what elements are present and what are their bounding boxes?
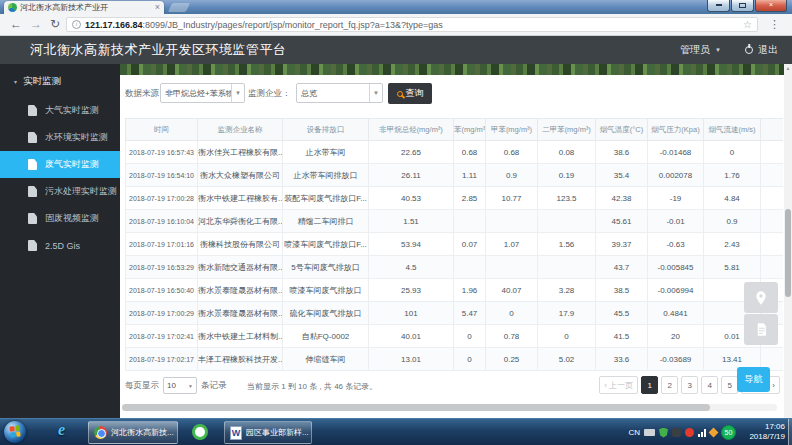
back-button[interactable]: ← <box>10 17 22 32</box>
scroll-up-icon[interactable]: ▲ <box>784 65 792 71</box>
vertical-scrollbar-thumb[interactable] <box>785 209 791 297</box>
table-cell: 0.19 <box>538 164 596 187</box>
horizontal-scrollbar[interactable] <box>122 404 777 411</box>
sidebar-list: 大气实时监测水环境实时监测废气实时监测污水处理实时监测固废视频监测2.5D Gi… <box>0 97 120 259</box>
forward-button[interactable]: → <box>30 17 42 32</box>
security-shield-icon[interactable] <box>659 428 668 438</box>
table-cell: 2018-07-19 16:54:10 <box>126 164 198 187</box>
page-button[interactable]: 2 <box>661 376 678 394</box>
table-cell: 衡水佳兴工程橡胶有限... <box>198 141 283 164</box>
table-cell: 41.5 <box>596 325 648 348</box>
sidebar-item[interactable]: 固废视频监测 <box>0 205 120 232</box>
table-row[interactable]: 2018-07-19 16:54:10衡水大众橡塑有限公司止水带车间排放口26.… <box>126 164 784 187</box>
table-cell: 丰泽工程橡胶科技开发... <box>198 348 283 371</box>
page-info-icon[interactable]: i <box>72 20 81 29</box>
prev-page-button[interactable]: ‹ 上一页 <box>599 376 638 394</box>
table-cell: 0.08 <box>538 141 596 164</box>
table-cell: 自粘FQ-0002 <box>283 325 369 348</box>
search-button[interactable]: 查询 <box>388 83 432 104</box>
table-cell: 2018-07-19 16:57:43 <box>126 141 198 164</box>
horizontal-scrollbar-thumb[interactable] <box>122 404 710 411</box>
table-cell: 0.68 <box>486 141 538 164</box>
browser-360-icon[interactable] <box>192 424 208 440</box>
page-button[interactable]: 5 <box>721 376 738 394</box>
reload-button[interactable]: ↻ <box>50 17 60 32</box>
table-cell: 0 <box>704 141 761 164</box>
new-tab-button[interactable] <box>168 3 190 12</box>
internet-explorer-icon[interactable]: e <box>58 421 65 439</box>
table-cell: 5.02 <box>538 348 596 371</box>
window-close-button[interactable]: × <box>755 0 787 12</box>
url-path: :8099/JB_Industry/pages/report/jsp/monit… <box>143 20 443 30</box>
page-size-select[interactable]: 10 ▼ <box>163 377 197 394</box>
table-cell <box>486 210 538 233</box>
network-signal-icon[interactable] <box>698 428 706 437</box>
word-icon: W <box>230 426 242 440</box>
sidebar-item[interactable]: 2.5D Gis <box>0 232 120 259</box>
alert-tray-icon[interactable] <box>685 428 694 437</box>
address-bar[interactable]: i 121.17.166.84:8099/JB_Industry/pages/r… <box>66 17 758 32</box>
page-button[interactable]: 4 <box>701 376 718 394</box>
page-button[interactable]: 3 <box>681 376 698 394</box>
taskbar-clock[interactable]: 17:06 2018/7/19 <box>749 422 785 442</box>
table-cell: 2018-07-19 16:53:29 <box>126 256 198 279</box>
table-row[interactable]: 2018-07-19 17:00:28衡水中铁建工程橡胶有...装配车间废气排放… <box>126 187 784 210</box>
taskbar-word-button[interactable]: W 园区事业部新样... <box>224 421 312 444</box>
data-source-select[interactable]: 非甲烷总烃+苯系物(... ▼ <box>160 83 245 103</box>
sidebar-item[interactable]: 水环境实时监测 <box>0 124 120 151</box>
speed-score-badge[interactable]: 50 <box>721 425 736 440</box>
table-row[interactable]: 2018-07-19 16:53:29衡水新陆交通器材有限...5号车间废气排放… <box>126 256 784 279</box>
enterprise-select[interactable]: 总览 ▼ <box>296 83 383 103</box>
user-menu[interactable]: 管理员 <box>680 43 710 57</box>
table-row[interactable]: 2018-07-19 16:57:43衡水佳兴工程橡胶有限...止水带车间22.… <box>126 141 784 164</box>
table-cell: 20 <box>648 325 704 348</box>
table-row[interactable]: 2018-07-19 16:50:40衡水景泰隆晟器材有限...喷漆车间废气排放… <box>126 279 784 302</box>
table-cell: 0 <box>454 348 486 371</box>
report-doc-button[interactable] <box>744 314 778 345</box>
table-row[interactable]: 2018-07-19 17:02:17丰泽工程橡胶科技开发...伸缩缝车间13.… <box>126 348 784 371</box>
sidebar-group-label: 实时监测 <box>23 75 61 88</box>
table-cell: 40.07 <box>486 279 538 302</box>
table-cell: 0.78 <box>486 325 538 348</box>
table-cell: 1.56 <box>538 233 596 256</box>
sidebar-item[interactable]: 大气实时监测 <box>0 97 120 124</box>
tab-title: 河北衡水高新技术产业开 <box>20 2 152 13</box>
document-icon <box>28 240 37 251</box>
window-minimize-button[interactable] <box>707 0 730 12</box>
column-header: 烟气温度(°C) <box>596 119 648 141</box>
sidebar-item[interactable]: 污水处理实时监测 <box>0 178 120 205</box>
content-panel: 数据来源 非甲烷总烃+苯系物(... ▼ 监测企业： 总览 ▼ 查询 时间监测企… <box>120 75 792 418</box>
table-cell: 25.93 <box>369 279 454 302</box>
table-row[interactable]: 2018-07-19 17:01:16衡橡科技股份有限公司喷漆车间废气排放口F.… <box>126 233 784 256</box>
table-row[interactable]: 2018-07-19 16:10:04河北东华舜衡化工有限...精馏二车间排口1… <box>126 210 784 233</box>
updates-tray-icon[interactable] <box>709 428 719 438</box>
taskbar-chrome-button[interactable]: 河北衡水高新技... <box>88 421 178 444</box>
table-cell: -0.63 <box>648 233 704 256</box>
page-button[interactable]: 1 <box>641 376 658 394</box>
browser-menu-icon[interactable]: ⋮ <box>769 18 780 31</box>
browser-tab[interactable]: 河北衡水高新技术产业开 × <box>4 1 164 14</box>
table-cell: 精馏二车间排口 <box>283 210 369 233</box>
keyboard-tray-icon[interactable] <box>644 429 655 436</box>
start-button[interactable] <box>4 421 26 443</box>
column-header: 设备排放口 <box>283 119 369 141</box>
language-indicator[interactable]: CN <box>628 428 640 437</box>
search-icon <box>397 91 403 97</box>
table-cell: 53.94 <box>369 233 454 256</box>
vertical-scrollbar[interactable]: ▲ <box>784 64 792 418</box>
bookmark-star-icon[interactable]: ☆ <box>743 19 752 30</box>
tray-app-icon[interactable] <box>672 428 681 437</box>
table-cell <box>761 187 784 210</box>
sidebar-item[interactable]: 废气实时监测 <box>0 151 120 178</box>
map-pin-button[interactable] <box>744 282 778 313</box>
table-cell: 0.68 <box>454 141 486 164</box>
navigate-button[interactable]: 导航 <box>737 367 770 392</box>
tab-close-icon[interactable]: × <box>155 2 160 13</box>
logout-button[interactable]: 退出 <box>758 43 778 57</box>
sidebar-group-realtime[interactable]: ▾ 实时监测 <box>0 64 120 97</box>
show-desktop-button[interactable] <box>788 419 792 445</box>
table-cell: 硫化车间废气排放口 <box>283 302 369 325</box>
table-row[interactable]: 2018-07-19 17:02:41衡水中铁建土工材料制...自粘FQ-000… <box>126 325 784 348</box>
table-row[interactable]: 2018-07-19 17:00:29衡水景泰隆晟器材有限...硫化车间废气排放… <box>126 302 784 325</box>
window-maximize-button[interactable] <box>731 0 754 12</box>
